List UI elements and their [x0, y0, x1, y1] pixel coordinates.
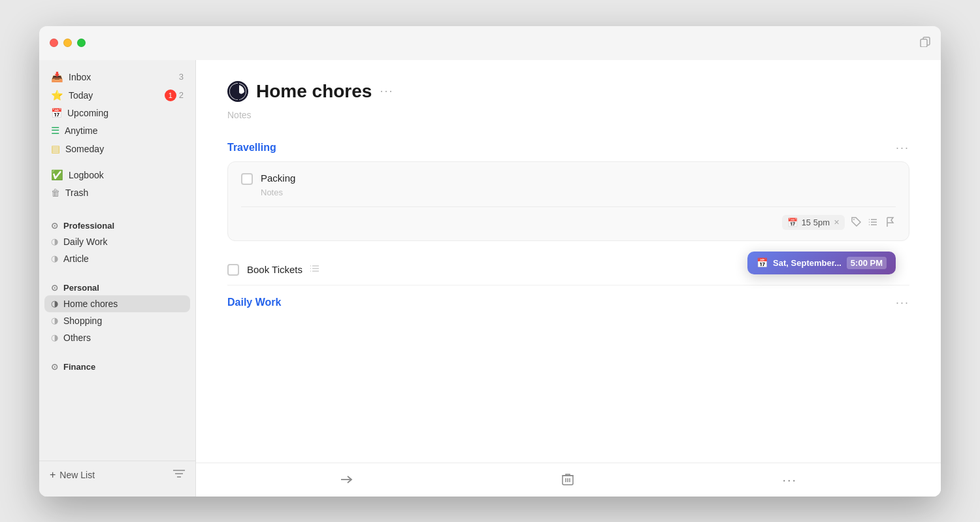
section-travelling-header: Travelling ···: [227, 131, 909, 161]
move-button[interactable]: [340, 474, 353, 485]
section-daily-work-more[interactable]: ···: [896, 296, 909, 310]
sidebar: 📥 Inbox 3 ⭐ Today 1 2 📅 Upcoming: [39, 60, 196, 497]
close-button[interactable]: [50, 39, 58, 47]
home-chores-icon: ◑: [51, 299, 58, 308]
shopping-icon: ◑: [51, 316, 58, 325]
list-title: Home chores: [256, 81, 372, 102]
sidebar-item-today[interactable]: ⭐ Today 1 2: [44, 86, 190, 105]
today-badge: 1: [165, 90, 176, 101]
traffic-lights: [50, 39, 86, 47]
someday-icon: ▤: [51, 143, 60, 155]
packing-task-notes[interactable]: Notes: [241, 188, 896, 197]
area-personal-icon: ⊙: [51, 283, 58, 293]
packing-task-name: Packing: [261, 172, 295, 184]
new-list-plus-icon: +: [50, 469, 56, 481]
sidebar-item-shopping-label: Shopping: [63, 316, 102, 326]
copy-icon[interactable]: [920, 37, 930, 50]
packing-date-clear[interactable]: ✕: [834, 218, 840, 227]
packing-checklist-btn[interactable]: [868, 217, 879, 227]
filter-icon[interactable]: [173, 469, 185, 481]
sidebar-item-today-label: Today: [69, 90, 93, 101]
logbook-icon: ✅: [51, 169, 63, 181]
sidebar-item-article[interactable]: ◑ Article: [44, 250, 190, 267]
sidebar-item-someday-label: Someday: [65, 144, 104, 154]
packing-task-toolbar: 📅 15 5pm ✕: [241, 206, 896, 230]
today-count: 2: [179, 90, 184, 100]
article-icon: ◑: [51, 253, 58, 263]
area-personal-label: Personal: [63, 283, 99, 293]
main-panel: Home chores ··· Notes Travelling ···: [196, 60, 941, 497]
sidebar-item-home-chores-label: Home chores: [63, 299, 118, 309]
book-tickets-name: Book Tickets: [247, 264, 302, 275]
sidebar-item-inbox-label: Inbox: [69, 72, 91, 82]
inbox-badge-container: 3: [179, 72, 184, 82]
sidebar-item-someday[interactable]: ▤ Someday: [44, 140, 190, 158]
app-window: 📥 Inbox 3 ⭐ Today 1 2 📅 Upcoming: [39, 26, 941, 497]
area-professional-header[interactable]: ⊙ Professional: [44, 212, 190, 233]
sidebar-item-upcoming-label: Upcoming: [67, 108, 108, 118]
area-finance-label: Finance: [63, 362, 95, 372]
sidebar-item-logbook-label: Logbook: [69, 170, 104, 180]
sidebar-item-inbox[interactable]: 📥 Inbox 3: [44, 68, 190, 86]
sidebar-item-article-label: Article: [63, 253, 89, 264]
today-icon: ⭐: [51, 90, 63, 101]
area-professional-label: Professional: [63, 221, 114, 231]
section-travelling-title[interactable]: Travelling: [227, 142, 276, 154]
sidebar-item-others[interactable]: ◑ Others: [44, 329, 190, 346]
section-travelling: Travelling ··· Packing Notes 📅: [227, 131, 909, 241]
packing-tags-btn[interactable]: [851, 217, 862, 227]
sidebar-item-logbook[interactable]: ✅ Logbook: [44, 166, 190, 184]
bottom-toolbar: ···: [196, 463, 941, 497]
task-card-packing: Packing Notes 📅 15 5pm ✕: [227, 161, 909, 241]
list-more-button[interactable]: ···: [380, 84, 393, 98]
sidebar-item-trash-label: Trash: [65, 188, 88, 198]
packing-task-row: Packing: [241, 172, 896, 185]
sidebar-item-trash[interactable]: 🗑 Trash: [44, 184, 190, 201]
minimize-button[interactable]: [63, 39, 72, 47]
list-notes[interactable]: Notes: [227, 107, 909, 131]
anytime-icon: ☰: [51, 125, 59, 137]
section-daily-work-title[interactable]: Daily Work: [227, 297, 281, 308]
packing-date-chip[interactable]: 📅 15 5pm ✕: [782, 215, 845, 230]
sidebar-footer: + New List: [39, 461, 195, 489]
popover-calendar-icon: 📅: [757, 257, 768, 268]
sidebar-item-daily-work[interactable]: ◑ Daily Work: [44, 233, 190, 250]
packing-checkbox[interactable]: [241, 173, 253, 185]
svg-rect-1: [921, 39, 927, 47]
section-daily-work-header: Daily Work ···: [227, 285, 909, 316]
svg-point-6: [853, 219, 855, 220]
sidebar-item-others-label: Others: [63, 333, 91, 343]
packing-flag-btn[interactable]: [885, 217, 896, 227]
inbox-icon: 📥: [51, 71, 63, 83]
list-title-row: Home chores ···: [227, 81, 909, 102]
book-tickets-checklist-icon[interactable]: [310, 265, 319, 274]
list-header: Home chores ··· Notes: [196, 60, 941, 131]
sidebar-item-upcoming[interactable]: 📅 Upcoming: [44, 105, 190, 122]
inbox-count: 3: [179, 72, 184, 82]
packing-date-label: 15 5pm: [802, 218, 830, 227]
sidebar-item-home-chores[interactable]: ◑ Home chores: [44, 295, 190, 312]
area-finance-header[interactable]: ⊙ Finance: [44, 353, 190, 374]
more-button[interactable]: ···: [782, 472, 797, 487]
maximize-button[interactable]: [77, 39, 86, 47]
book-tickets-checkbox[interactable]: [227, 264, 239, 276]
sidebar-item-shopping[interactable]: ◑ Shopping: [44, 312, 190, 329]
daily-work-icon: ◑: [51, 237, 58, 246]
popover-time: 5:00 PM: [847, 257, 887, 269]
section-travelling-more[interactable]: ···: [896, 141, 909, 155]
sidebar-item-anytime-label: Anytime: [65, 125, 98, 136]
area-personal-header[interactable]: ⊙ Personal: [44, 274, 190, 295]
area-professional-icon: ⊙: [51, 221, 58, 231]
sidebar-item-anytime[interactable]: ☰ Anytime: [44, 122, 190, 140]
today-badge-container: 1 2: [165, 90, 184, 101]
date-popover[interactable]: 📅 Sat, September... 5:00 PM: [747, 252, 896, 274]
sidebar-item-daily-work-label: Daily Work: [63, 237, 107, 247]
others-icon: ◑: [51, 333, 58, 342]
popover-date: Sat, September...: [773, 258, 841, 268]
area-finance-icon: ⊙: [51, 362, 58, 372]
new-list-label: New List: [59, 470, 95, 480]
new-list-button[interactable]: + New List: [50, 469, 95, 481]
delete-button[interactable]: [562, 473, 574, 486]
sidebar-items: 📥 Inbox 3 ⭐ Today 1 2 📅 Upcoming: [39, 68, 195, 461]
upcoming-icon: 📅: [51, 108, 62, 118]
